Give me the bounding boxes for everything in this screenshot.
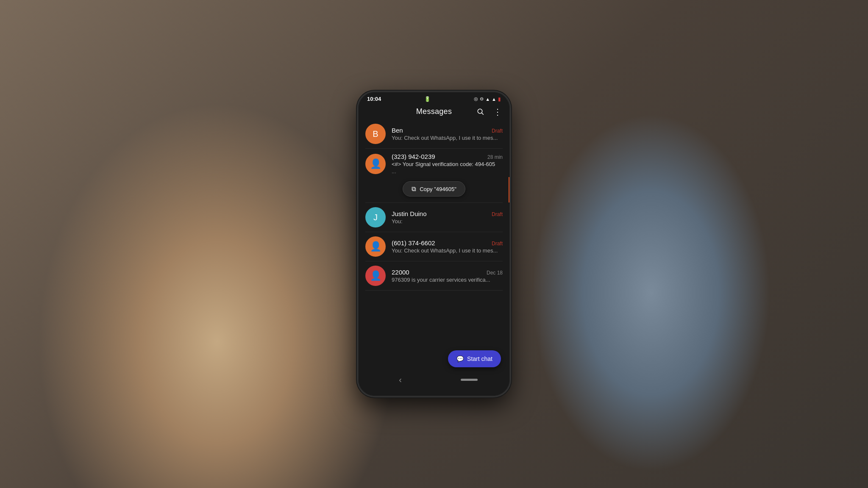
app-bar-title: Messages <box>416 107 452 116</box>
message-preview: 976309 is your carrier services verifica… <box>392 277 503 283</box>
message-dots: ... <box>392 168 503 175</box>
copy-label: Copy "494605" <box>420 186 456 192</box>
message-header: (323) 942-0239 28 min <box>392 153 503 160</box>
message-content: Ben Draft You: Check out WhatsApp, I use… <box>392 127 503 141</box>
avatar: B <box>365 124 386 144</box>
start-chat-label: Start chat <box>467 355 492 362</box>
message-preview: You: Check out WhatsApp, I use it to mes… <box>392 247 503 254</box>
message-preview: You: <box>392 218 503 225</box>
list-item[interactable]: 👤 22000 Dec 18 976309 is your carrier se… <box>359 261 509 290</box>
message-time: Dec 18 <box>487 270 503 276</box>
status-icons: ◎ ⊖ ▲ ▲ ▮ <box>474 96 501 102</box>
message-content: (323) 942-0239 28 min <#> Your Signal ve… <box>392 153 503 175</box>
screen: 10:04 🔋 ◎ ⊖ ▲ ▲ ▮ Messages <box>359 92 509 396</box>
phone-wrapper: 10:04 🔋 ◎ ⊖ ▲ ▲ ▮ Messages <box>358 92 510 396</box>
phone: 10:04 🔋 ◎ ⊖ ▲ ▲ ▮ Messages <box>358 92 510 396</box>
contact-name: Ben <box>392 127 403 134</box>
draft-badge: Draft <box>492 241 503 247</box>
search-button[interactable] <box>474 105 487 119</box>
message-time: 28 min <box>487 154 503 160</box>
avatar: 👤 <box>365 266 386 286</box>
person-icon: 👤 <box>370 158 381 169</box>
divider <box>365 290 503 291</box>
svg-line-1 <box>482 113 484 114</box>
battery-icon: ▮ <box>498 96 501 102</box>
message-header: Justin Duino Draft <box>392 210 503 217</box>
message-header: (601) 374-6602 Draft <box>392 239 503 247</box>
list-item[interactable]: 👤 (323) 942-0239 28 min <#> Your Signal … <box>359 149 509 179</box>
bottom-area: 💬 Start chat ‹ <box>359 347 509 396</box>
status-bar: 10:04 🔋 ◎ ⊖ ▲ ▲ ▮ <box>359 92 509 104</box>
copy-code-button[interactable]: ⧉ Copy "494605" <box>403 181 465 197</box>
message-preview: You: Check out WhatsApp, I use it to mes… <box>392 135 503 141</box>
avatar: J <box>365 207 386 227</box>
svg-point-0 <box>478 109 482 114</box>
message-preview: <#> Your Signal verification code: 494-6… <box>392 161 503 167</box>
contact-name: (601) 374-6602 <box>392 239 435 247</box>
start-chat-button[interactable]: 💬 Start chat <box>448 350 501 367</box>
contact-name: Justin Duino <box>392 210 427 217</box>
chat-icon: 💬 <box>456 355 464 362</box>
message-list[interactable]: B Ben Draft You: Check out WhatsApp, I u… <box>359 119 509 347</box>
home-indicator[interactable] <box>461 379 478 381</box>
draft-badge: Draft <box>492 211 503 217</box>
person-icon: 👤 <box>370 270 381 281</box>
vibrate-icon: ◎ <box>474 96 478 102</box>
back-icon: ‹ <box>399 375 402 384</box>
contact-name: 22000 <box>392 269 409 276</box>
dnd-icon: ⊖ <box>480 96 484 102</box>
avatar: 👤 <box>365 236 386 257</box>
message-content: (601) 374-6602 Draft You: Check out What… <box>392 239 503 254</box>
message-header: 22000 Dec 18 <box>392 269 503 276</box>
more-options-button[interactable]: ⋮ <box>491 105 504 119</box>
copy-icon: ⧉ <box>412 185 416 193</box>
app-bar: Messages ⋮ <box>359 104 509 119</box>
app-bar-actions: ⋮ <box>474 105 504 119</box>
status-time: 10:04 <box>367 96 381 102</box>
nav-bar: ‹ <box>365 371 503 389</box>
back-button[interactable]: ‹ <box>390 373 410 386</box>
draft-badge: Draft <box>492 128 503 134</box>
contact-name: (323) 942-0239 <box>392 153 435 160</box>
avatar: 👤 <box>365 154 386 174</box>
message-header: Ben Draft <box>392 127 503 134</box>
wifi-icon: ▲ <box>485 97 490 102</box>
signal-icon: ▲ <box>492 97 496 102</box>
battery-indicator: 🔋 <box>424 96 431 102</box>
list-item[interactable]: J Justin Duino Draft You: <box>359 203 509 232</box>
list-item[interactable]: B Ben Draft You: Check out WhatsApp, I u… <box>359 119 509 148</box>
list-item[interactable]: 👤 (601) 374-6602 Draft You: Check out Wh… <box>359 232 509 261</box>
person-icon: 👤 <box>370 241 381 252</box>
message-content: 22000 Dec 18 976309 is your carrier serv… <box>392 269 503 283</box>
message-content: Justin Duino Draft You: <box>392 210 503 225</box>
more-icon: ⋮ <box>493 107 502 117</box>
